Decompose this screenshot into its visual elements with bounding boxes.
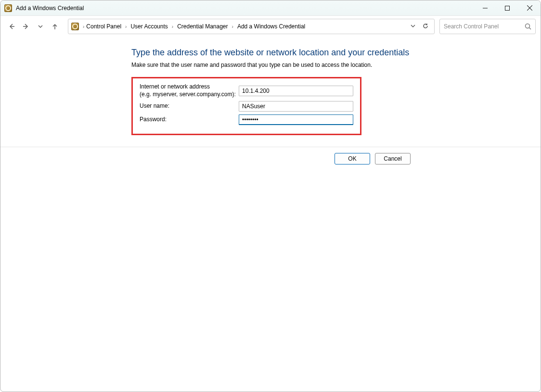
- breadcrumb: Control Panel › User Accounts › Credenti…: [85, 22, 407, 31]
- breadcrumb-chevron-icon[interactable]: ›: [231, 24, 234, 29]
- refresh-button[interactable]: [423, 23, 428, 30]
- navigation-row: › Control Panel › User Accounts › Creden…: [0, 16, 541, 37]
- ok-button[interactable]: OK: [335, 153, 370, 164]
- username-label: User name:: [140, 102, 239, 110]
- search-input[interactable]: [444, 23, 525, 30]
- main-content: Type the address of the website or netwo…: [0, 37, 541, 135]
- password-label: Password:: [140, 116, 239, 124]
- control-panel-icon: [71, 23, 79, 30]
- chevron-down-icon: [37, 23, 44, 30]
- window-title: Add a Windows Credential: [16, 5, 84, 12]
- svg-point-7: [526, 24, 530, 28]
- credential-form-highlight: Internet or network address (e.g. myserv…: [131, 77, 361, 135]
- username-input[interactable]: [239, 101, 353, 112]
- up-arrow-icon: [52, 23, 58, 30]
- minimize-button[interactable]: [474, 0, 496, 16]
- forward-button[interactable]: [20, 20, 32, 33]
- close-button[interactable]: [518, 0, 541, 16]
- breadcrumb-user-accounts[interactable]: User Accounts: [129, 22, 168, 31]
- search-box[interactable]: [439, 19, 536, 34]
- back-button[interactable]: [5, 20, 18, 33]
- cancel-button[interactable]: Cancel: [375, 153, 411, 164]
- page-heading: Type the address of the website or netwo…: [131, 48, 541, 58]
- maximize-button[interactable]: [496, 0, 518, 16]
- breadcrumb-credential-manager[interactable]: Credential Manager: [176, 22, 229, 31]
- back-arrow-icon: [8, 23, 15, 30]
- password-input[interactable]: [239, 114, 353, 125]
- credential-manager-icon: [4, 4, 12, 12]
- breadcrumb-chevron-icon[interactable]: ›: [171, 24, 174, 29]
- breadcrumb-chevron-icon[interactable]: ›: [124, 24, 128, 29]
- breadcrumb-control-panel[interactable]: Control Panel: [85, 22, 122, 31]
- up-button[interactable]: [49, 20, 61, 33]
- address-label: Internet or network address (e.g. myserv…: [140, 83, 239, 98]
- recent-locations-button[interactable]: [34, 20, 47, 33]
- svg-line-8: [529, 28, 531, 30]
- chevron-down-icon: [410, 23, 416, 29]
- minimize-icon: [483, 6, 488, 11]
- address-input[interactable]: [239, 86, 353, 96]
- close-icon: [527, 5, 532, 11]
- breadcrumb-add-credential[interactable]: Add a Windows Credential: [236, 22, 306, 31]
- maximize-icon: [505, 6, 510, 11]
- address-dropdown-button[interactable]: [410, 23, 416, 30]
- address-bar[interactable]: › Control Panel › User Accounts › Creden…: [68, 19, 435, 34]
- svg-rect-1: [505, 6, 510, 10]
- breadcrumb-chevron-icon[interactable]: ›: [82, 24, 85, 29]
- forward-arrow-icon: [23, 23, 29, 30]
- search-icon: [525, 23, 531, 30]
- refresh-icon: [423, 23, 428, 29]
- dialog-buttons: OK Cancel: [0, 147, 541, 164]
- page-subtext: Make sure that the user name and passwor…: [131, 62, 541, 68]
- title-bar: Add a Windows Credential: [0, 0, 541, 16]
